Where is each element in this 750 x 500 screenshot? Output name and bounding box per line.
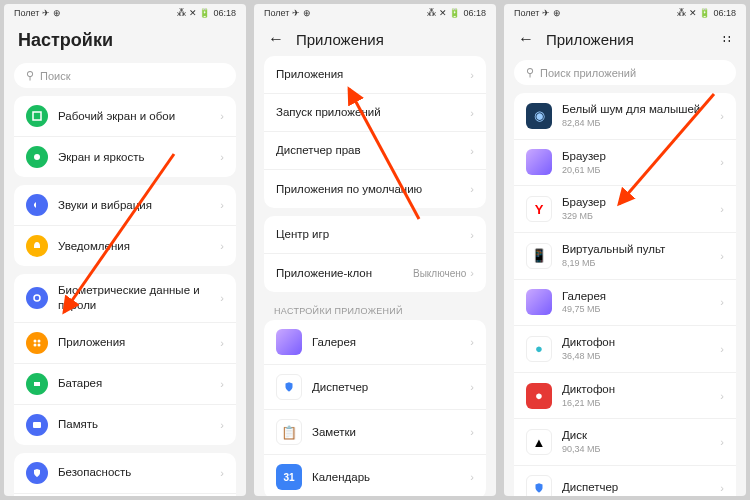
page-title: Приложения [546,31,634,48]
row-app-clone[interactable]: Приложение-клонВыключено› [264,254,486,292]
search-input[interactable]: ⚲ Поиск приложений [514,60,736,85]
row-battery[interactable]: Батарея› [14,364,236,405]
svg-point-4 [38,339,41,342]
row-notifications[interactable]: Уведомления› [14,226,236,266]
search-icon: ⚲ [26,69,34,82]
header: Настройки [4,22,246,59]
row-display[interactable]: Экран и яркость› [14,137,236,177]
section-header: НАСТРОЙКИ ПРИЛОЖЕНИЙ [254,300,496,320]
row-wallpaper[interactable]: Рабочий экран и обои› [14,96,236,137]
row-security[interactable]: Безопасность› [14,453,236,494]
row-permissions[interactable]: Диспетчер прав› [264,132,486,170]
row-apps[interactable]: Приложения› [264,56,486,94]
app-notes[interactable]: 📋Заметки› [264,410,486,455]
row-privacy[interactable]: Конфиденциальность› [14,494,236,496]
menu-button[interactable]: ∷ [723,32,732,46]
app-row[interactable]: ◉Белый шум для малышей82,84 МБ› [514,93,736,140]
statusbar: Полет✈ ⊕ ⁂ ✕ 🔋06:18 [504,4,746,22]
app-row[interactable]: ▲Диск90,34 МБ› [514,419,736,466]
row-storage[interactable]: Память› [14,405,236,445]
row-default-apps[interactable]: Приложения по умолчанию› [264,170,486,208]
search-icon: ⚲ [526,66,534,79]
row-game-center[interactable]: Центр игр› [264,216,486,254]
screen-app-list: Полет✈ ⊕ ⁂ ✕ 🔋06:18 ← Приложения ∷ ⚲ Пои… [504,4,746,496]
statusbar: Полет✈ ⊕ ⁂ ✕ 🔋06:18 [254,4,496,22]
page-title: Настройки [18,30,113,51]
screen-apps-menu: Полет✈ ⊕ ⁂ ✕ 🔋06:18 ← Приложения Приложе… [254,4,496,496]
row-sounds[interactable]: Звуки и вибрация› [14,185,236,226]
page-title: Приложения [296,31,384,48]
svg-point-2 [34,295,40,301]
app-row[interactable]: ●Диктофон36,48 МБ› [514,326,736,373]
app-row[interactable]: ●Диктофон16,21 МБ› [514,373,736,420]
statusbar: Полет✈ ⊕ ⁂ ✕ 🔋06:18 [4,4,246,22]
svg-point-1 [34,154,40,160]
svg-point-3 [34,339,37,342]
app-calendar[interactable]: 31Календарь› [264,455,486,496]
app-row[interactable]: 📱Виртуальный пульт8,19 МБ› [514,233,736,280]
back-button[interactable]: ← [268,30,284,48]
svg-rect-8 [33,422,41,428]
svg-point-5 [34,343,37,346]
app-gallery[interactable]: Галерея› [264,320,486,365]
row-biometrics[interactable]: Биометрические данные и пароли› [14,274,236,323]
back-button[interactable]: ← [518,30,534,48]
row-apps[interactable]: Приложения› [14,323,236,364]
search-input[interactable]: ⚲ Поиск [14,63,236,88]
app-row[interactable]: Диспетчер› [514,466,736,496]
row-app-launch[interactable]: Запуск приложений› [264,94,486,132]
app-manager[interactable]: Диспетчер› [264,365,486,410]
svg-rect-0 [33,112,41,120]
svg-rect-7 [34,382,40,386]
app-row[interactable]: Галерея49,75 МБ› [514,280,736,327]
svg-point-6 [38,343,41,346]
screen-settings: Полет✈ ⊕ ⁂ ✕ 🔋06:18 Настройки ⚲ Поиск Ра… [4,4,246,496]
app-row[interactable]: Браузер20,61 МБ› [514,140,736,187]
app-row-yandex[interactable]: YБраузер329 МБ› [514,186,736,233]
chevron-icon: › [220,110,224,122]
